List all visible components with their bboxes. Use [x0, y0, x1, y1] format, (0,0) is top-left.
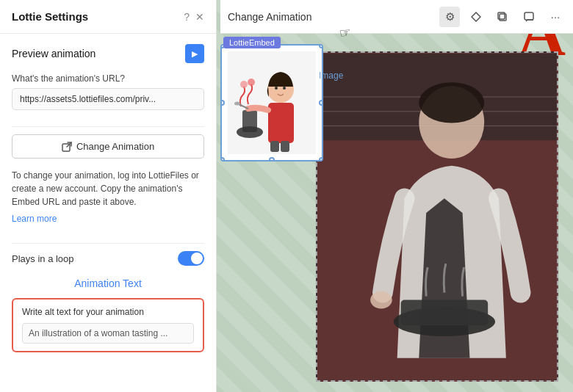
svg-point-23	[419, 82, 484, 123]
sidebar-header-icons: ? ✕	[184, 11, 204, 23]
sidebar-header: Lottie Settings ? ✕	[0, 0, 216, 34]
play-button[interactable]: ▶	[185, 44, 204, 63]
animation-text-heading: Animation Text	[12, 277, 204, 289]
more-options-icon[interactable]: ···	[545, 7, 566, 27]
close-icon[interactable]: ✕	[195, 11, 204, 23]
plays-loop-label: Plays in a loop	[12, 253, 74, 264]
sidebar-content: Preview animation ▶ What's the animation…	[0, 34, 216, 392]
learn-more-link[interactable]: Learn more	[12, 214, 57, 224]
svg-rect-5	[242, 110, 257, 132]
svg-rect-14	[270, 141, 279, 152]
handle-bm[interactable]	[269, 157, 275, 161]
sidebar-title: Lottie Settings	[12, 10, 88, 23]
change-animation-button[interactable]: Change Animation	[12, 134, 204, 159]
toolbar-title: Change Animation	[228, 11, 433, 23]
divider-2	[12, 243, 204, 244]
handle-ml[interactable]	[220, 100, 225, 106]
url-input[interactable]	[12, 88, 204, 110]
alt-text-label: Write alt text for your animation	[22, 307, 194, 317]
external-link-icon	[62, 142, 72, 152]
svg-rect-26	[401, 300, 489, 326]
handle-bl[interactable]	[220, 157, 225, 161]
preview-animation-row: Preview animation ▶	[12, 44, 204, 63]
svg-rect-8	[268, 103, 294, 143]
svg-point-24	[370, 291, 392, 309]
plays-loop-row: Plays in a loop	[12, 251, 204, 266]
url-label: What's the animation's URL?	[12, 73, 204, 84]
handle-mr[interactable]	[319, 100, 323, 106]
svg-rect-15	[281, 141, 289, 152]
svg-point-7	[248, 79, 255, 86]
alt-text-input[interactable]	[22, 323, 194, 344]
svg-line-28	[67, 142, 71, 147]
plays-loop-toggle[interactable]	[178, 251, 204, 266]
divider-1	[12, 126, 204, 127]
svg-point-13	[283, 87, 286, 90]
handle-tr[interactable]	[319, 44, 323, 48]
animation-illustration	[228, 51, 316, 154]
diamond-icon[interactable]	[466, 7, 486, 27]
toggle-knob	[191, 253, 203, 264]
animation-preview-canvas	[220, 44, 323, 161]
lottie-embed-label: LottieEmbed	[223, 37, 281, 48]
copy-icon[interactable]	[492, 7, 513, 27]
change-animation-label: Change Animation	[76, 141, 154, 152]
gear-icon[interactable]: ⚙	[439, 7, 460, 27]
svg-point-12	[275, 87, 278, 90]
help-icon[interactable]: ?	[184, 11, 190, 23]
svg-point-6	[240, 81, 248, 88]
preview-animation-label: Preview animation	[12, 48, 96, 59]
toolbar: Change Animation ⚙ ···	[220, 0, 573, 34]
info-text: To change your animation, log into Lotti…	[12, 169, 204, 208]
alt-text-section: Write alt text for your animation	[12, 298, 204, 352]
chef-photo	[316, 51, 558, 382]
chat-icon[interactable]	[519, 7, 539, 27]
svg-rect-2	[525, 12, 533, 20]
image-label: Image	[319, 70, 343, 81]
svg-point-10	[234, 102, 240, 106]
sidebar: Lottie Settings ? ✕ Preview animation ▶ …	[0, 0, 217, 392]
